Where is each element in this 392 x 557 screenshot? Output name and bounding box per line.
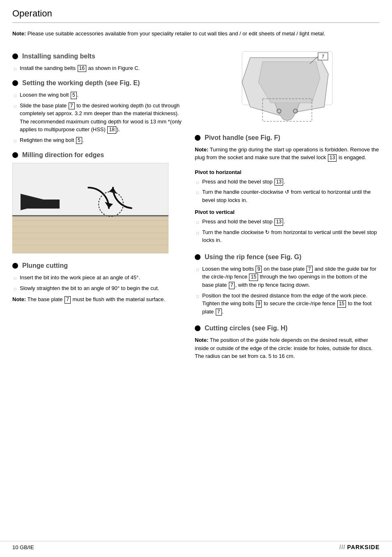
list-item: □ Insert the bit into the work piece at … (12, 274, 185, 282)
list-bullet: □ (196, 179, 199, 186)
pivot-vertical-heading: Pivot to vertical (195, 209, 380, 215)
plunge-note: Note: The base plate 7 must be flush wit… (12, 295, 185, 304)
intro-note-label: Note: (12, 30, 26, 37)
list-item: □ Loosen the wing bolts 9 on the base pl… (195, 265, 380, 289)
section-working-depth: Setting the working depth (see Fig. E) (12, 79, 185, 87)
ref-5b: 5 (76, 137, 82, 144)
list-item: □ Install the sanding belts 16 as shown … (12, 64, 185, 72)
section-bullet (12, 152, 18, 158)
ref-7: 7 (69, 102, 75, 110)
section-bullet (12, 80, 18, 86)
section-bullet (12, 263, 18, 269)
tool-svg: 7 (238, 49, 337, 125)
milling-svg (12, 163, 168, 253)
section-cutting-circles: Cutting circles (see Fig. H) (195, 325, 380, 332)
list-item: □ Press and hold the bevel stop 13. (195, 218, 380, 226)
list-bullet: □ (196, 267, 199, 289)
ref-7d: 7 (307, 266, 313, 273)
intro-note-text: Please use suitable accessories availabl… (28, 30, 325, 37)
list-item-text: Loosen the wing bolts 9 on the base plat… (202, 265, 380, 289)
section-heading-text: Cutting circles (see Fig. H) (205, 325, 288, 332)
section-rip-fence: Using the rip fence (see Fig. G) (195, 253, 380, 261)
ref-7f: 7 (216, 309, 222, 316)
section-heading-text: Pivot handle (see Fig. F) (205, 134, 280, 142)
list-bullet: □ (196, 219, 199, 226)
list-bullet: □ (14, 286, 16, 292)
page-title: Operation (12, 8, 380, 19)
cutting-note: Note: The position of the guide hole dep… (195, 336, 380, 360)
ref-15: 15 (249, 274, 258, 281)
list-item-text: Turn the handle clockwise ↻ from horizon… (202, 228, 380, 244)
page-footer: 10 GB/IE /// PARKSIDE (0, 541, 392, 550)
list-bullet: □ (14, 103, 16, 134)
list-bullet: □ (196, 190, 199, 204)
section-installing-belts: Installing sanding belts (12, 53, 185, 60)
svg-rect-1 (12, 216, 168, 253)
list-bullet: □ (14, 275, 16, 282)
brand-name: PARKSIDE (347, 544, 380, 550)
list-bullet: □ (196, 230, 199, 244)
list-item: □ Press and hold the bevel stop 13. (195, 178, 380, 186)
list-item-text: Slowly straighten the bit to an angle of… (20, 284, 185, 292)
page-header: Operation (12, 8, 380, 23)
pivot-horizontal-heading: Pivot to horizontal (195, 169, 380, 175)
list-bullet: □ (14, 66, 16, 72)
section-heading-text: Using the rip fence (see Fig. G) (205, 253, 302, 261)
section-bullet (195, 135, 201, 141)
svg-text:7: 7 (322, 54, 324, 59)
cutting-note-text: The position of the guide hole depends o… (195, 337, 373, 359)
left-column: Installing sanding belts □ Install the s… (12, 45, 185, 368)
section-pivot-handle: Pivot handle (see Fig. F) (195, 134, 380, 142)
section-heading-text: Plunge cutting (22, 262, 68, 269)
intro-note: Note: Please use suitable accessories av… (12, 30, 380, 38)
list-bullet: □ (14, 138, 16, 144)
main-content: Installing sanding belts □ Install the s… (12, 45, 380, 368)
right-column: 7 Pivot handle (see Fig. F) Note: Turnin… (195, 45, 380, 368)
section-heading-text: Installing sanding belts (22, 53, 95, 60)
plunge-note-label: Note: (12, 296, 26, 302)
page: Operation Note: Please use suitable acce… (0, 0, 392, 557)
section-heading-text: Milling direction for edges (22, 151, 104, 159)
section-bullet (195, 325, 201, 331)
section-milling: Milling direction for edges (12, 151, 185, 159)
list-item-text: Slide the base plate 7 to the desired wo… (20, 102, 185, 134)
section-plunge: Plunge cutting (12, 262, 185, 269)
section-heading-text: Setting the working depth (see Fig. E) (22, 79, 140, 87)
pivot-note: Note: Turning the grip during the start … (195, 146, 380, 162)
ref-9b: 9 (256, 300, 262, 308)
list-bullet: □ (196, 293, 199, 316)
list-item-text: Loosen the wing bolt 5. (20, 91, 185, 99)
svg-rect-8 (21, 200, 60, 209)
ref-7e: 7 (229, 282, 235, 289)
ref-15b: 15 (337, 300, 346, 308)
list-item-text: Press and hold the bevel stop 13. (202, 218, 380, 226)
list-item: □ Slide the base plate 7 to the desired … (12, 102, 185, 134)
brand-slashes: /// (339, 544, 346, 550)
list-item: □ Turn the handle clockwise ↻ from horiz… (195, 228, 380, 244)
list-item-text: Turn the handle counter-clockwise ↺ from… (202, 188, 380, 204)
cutting-note-label: Note: (195, 337, 208, 343)
list-item: □ Position the tool the desired distance… (195, 292, 380, 316)
footer-brand: /// PARKSIDE (339, 544, 380, 550)
list-item: □ Loosen the wing bolt 5. (12, 91, 185, 99)
section-bullet (12, 53, 18, 59)
list-item-text: Insert the bit into the work piece at an… (20, 274, 185, 282)
milling-diagram (12, 163, 185, 255)
list-item-text: Press and hold the bevel stop 13. (202, 178, 380, 186)
list-item: □ Retighten the wing bolt 5. (12, 136, 185, 144)
list-item-text: Position the tool the desired distance f… (202, 292, 380, 316)
ref-16: 16 (78, 65, 86, 72)
list-item-text: Retighten the wing bolt 5. (20, 136, 185, 144)
ref-7c: 7 (65, 296, 71, 304)
list-bullet: □ (14, 93, 16, 99)
ref-13c: 13 (274, 218, 283, 226)
list-item: □ Turn the handle counter-clockwise ↺ fr… (195, 188, 380, 204)
list-item-text: Install the sanding belts 16 as shown in… (20, 64, 185, 72)
pivot-note-label: Note: (195, 146, 208, 153)
section-bullet (195, 254, 201, 260)
ref-18: 18 (107, 126, 116, 134)
ref-13b: 13 (274, 179, 283, 186)
footer-page-number: 10 GB/IE (12, 544, 34, 550)
ref-9: 9 (256, 266, 262, 273)
list-item: □ Slowly straighten the bit to an angle … (12, 284, 185, 292)
